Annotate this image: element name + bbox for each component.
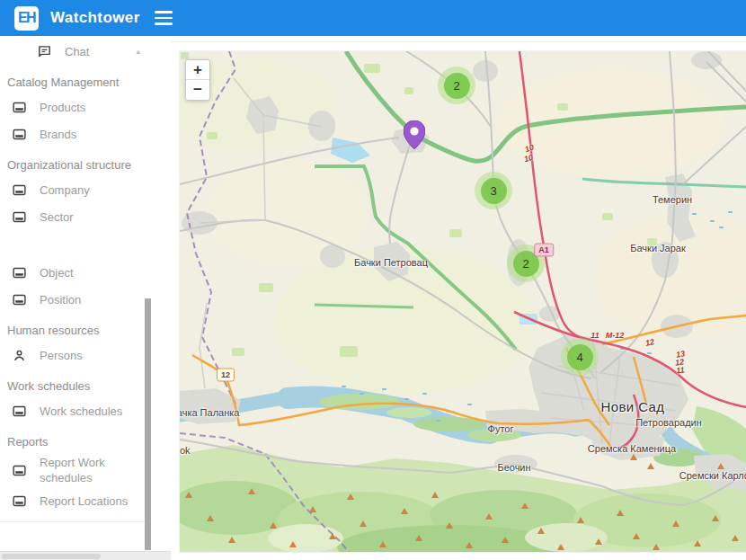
sidebar-item-company[interactable]: Company [0,176,171,203]
sidebar-item-chat[interactable]: Chat▴ [0,38,171,65]
sidebar: Chat▴Catalog ManagementProductsBrandsOrg… [0,36,171,551]
map-place-label: Сремска Каменица [588,443,676,454]
app-title: Watchtower [50,9,140,27]
road-number-label: M-12 [606,331,625,340]
road-number-label: 12 [644,337,655,348]
map-place-label: Футог [488,423,514,434]
cluster-count: 2 [444,73,470,99]
sidebar-item-label: Persons [40,348,83,363]
collapse-caret-icon: ▴ [136,47,140,56]
sidebar-item-label: Chat [65,44,89,59]
app-logo: EH [14,6,39,31]
road-shield: 12 [217,369,235,382]
sidebar-item-label: Company [40,182,90,198]
map-place-label: Беочин [497,462,530,473]
sidebar-horizontal-scrollbar[interactable] [0,551,171,560]
content-divider [171,41,746,42]
card-icon [11,182,27,198]
sidebar-item-label: Position [40,292,81,307]
zoom-out-button[interactable]: − [186,80,209,100]
map-place-label: Бачка Паланка [180,407,239,418]
map-place-label: Бачки Јарак [630,243,686,253]
sidebar-section: Organizational structureCompanySector [0,153,171,230]
sidebar-item-label: Sector [40,209,74,225]
sidebar-item-label: Report Locations [40,493,128,509]
map-container[interactable]: 2324Бачки ПетровацТемеринБачки ЈаракНови… [180,51,746,552]
map-zoom-control: + − [185,59,210,101]
map-place-label: Темерин [653,194,692,205]
sidebar-section: Catalog ManagementProductsBrands [0,70,171,147]
sidebar-item-label: Work schedules [40,404,122,419]
cluster-marker[interactable]: 4 [561,338,599,376]
sidebar-item-label: Products [40,100,85,115]
cluster-count: 3 [481,178,507,204]
card-icon [11,291,27,307]
person-icon [11,347,27,363]
sidebar-item-sector[interactable]: Sector [0,203,171,230]
card-icon [11,403,27,419]
map-place-label: Петроварадин [635,417,702,428]
road-number-label: 11 [676,365,686,375]
sidebar-section-header: Organizational structure [0,153,171,176]
road-number-label: 11 [591,331,599,340]
card-icon [11,99,27,115]
card-icon [11,462,27,478]
road-shield: A1 [534,244,554,257]
road-number-label: 10 [523,153,534,164]
cluster-marker[interactable]: 3 [475,172,512,209]
sidebar-item-label: Object [40,265,74,280]
sidebar-horizontal-scrollbar-thumb[interactable] [2,554,101,559]
cluster-marker[interactable]: 2 [438,67,475,104]
map-place-label: Нови Сад [601,399,665,414]
map-overlays: 2324Бачки ПетровацТемеринБачки ЈаракНови… [180,51,746,552]
chat-icon [36,43,52,59]
sidebar-section-header: Catalog Management [0,70,171,93]
hamburger-menu-icon[interactable] [155,11,173,25]
map-place-label: Сремски Карловци [679,470,746,481]
app-header: EH Watchtower [0,0,746,36]
card-icon [11,493,27,509]
sidebar-item-label: Brands [40,127,76,142]
sidebar-spacer [0,236,171,259]
cluster-count: 4 [567,344,593,370]
sidebar-section: Chat▴ [0,38,171,65]
map-place-label: Бачки Петровац [354,257,428,268]
sidebar-item-brands[interactable]: Brands [0,120,171,147]
card-icon [11,264,27,280]
card-icon [11,209,27,225]
zoom-in-button[interactable]: + [186,60,209,80]
sidebar-vertical-scrollbar[interactable] [145,298,151,550]
sidebar-item-object[interactable]: Object [0,259,171,286]
map-place-label: Ilok [180,445,191,456]
sidebar-item-products[interactable]: Products [0,93,171,120]
sidebar-item-label: Report Work schedules [40,455,140,485]
location-pin[interactable] [404,120,425,149]
sidebar-divider [0,521,151,522]
card-icon [11,126,27,142]
